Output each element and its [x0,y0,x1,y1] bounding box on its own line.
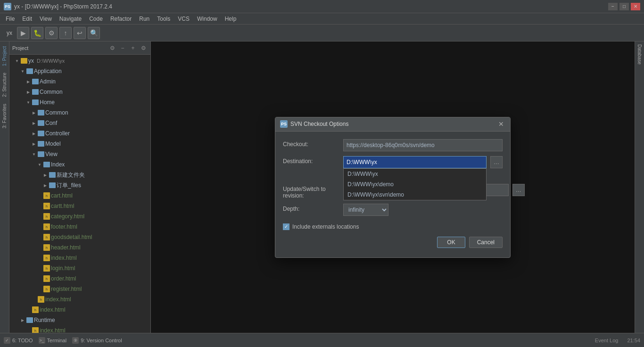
title-bar-left: PS yx - [D:\WWW\yx] - PhpStorm 2017.2.4 [4,3,112,10]
tree-arrow-view: ▼ [31,151,37,157]
folder-icon-home [32,99,39,105]
side-tab-project[interactable]: 1: Project [1,43,8,69]
title-bar: PS yx - [D:\WWW\yx] - PhpStorm 2017.2.4 … [0,0,644,13]
toolbar-search-button[interactable]: 🔍 [88,27,100,39]
panel-sync-button[interactable]: ⚙ [108,44,116,52]
menu-view[interactable]: View [36,15,56,23]
checkout-url-input[interactable] [343,139,503,151]
tree-item-index[interactable]: ▼ Index [9,159,150,170]
tree-item-admin[interactable]: ▶ Admin [9,76,150,87]
toolbar-settings-button[interactable]: ⚙ [45,27,58,39]
tree-item-cart[interactable]: ▶ h cart.html [9,190,150,201]
tree-item-login[interactable]: ▶ h login.html [9,263,150,273]
tree-label-category: category.html [51,213,84,220]
tree-label-login: login.html [51,265,75,272]
dialog-body: Checkout: Destination: D:\WWW\yx D:\WWW\… [275,132,510,257]
tree-item-header[interactable]: ▶ h header.html [9,242,150,253]
tree-label-footer: footer.html [51,223,77,230]
minimize-button[interactable]: − [608,3,618,10]
status-todo[interactable]: ✓ 6: TODO [4,337,33,344]
event-log-label[interactable]: Event Log [595,338,619,343]
tree-item-controller[interactable]: ▶ Controller [9,128,150,139]
side-tab-database[interactable]: Database [636,41,643,67]
tree-item-cartt[interactable]: ▶ h cartt.html [9,201,150,211]
tree-item-goodsdetail[interactable]: ▶ h goodsdetail.html [9,232,150,242]
menu-file[interactable]: File [2,15,18,23]
file-icon-index-html: h [43,255,50,261]
tree-item-home-index[interactable]: ▶ h index.html [9,294,150,305]
menu-help[interactable]: Help [221,15,240,23]
tree-arrow-common-app: ▶ [25,89,31,95]
menu-vcs[interactable]: VCS [174,15,193,23]
ok-button[interactable]: OK [437,237,465,248]
tree-item-register[interactable]: ▶ h register.html [9,284,150,294]
status-vcs[interactable]: ⑨ 9: Version Control [72,337,122,344]
menu-tools[interactable]: Tools [153,15,174,23]
status-terminal[interactable]: >_ Terminal [39,337,67,344]
tree-item-home[interactable]: ▼ Home [9,97,150,107]
destination-label: Destination: [283,156,339,165]
depth-select[interactable]: infinity empty files immediates [343,204,388,216]
tree-item-view[interactable]: ▼ View [9,149,150,159]
panel-expand-button[interactable]: + [129,44,137,52]
tree-label-common-home: Common [45,109,68,116]
menu-refactor[interactable]: Refactor [107,15,135,23]
tree-item-index-html[interactable]: ▶ h index.html [9,253,150,263]
revision-browse-button[interactable]: … [512,184,525,196]
tree-item-root[interactable]: ▼ yx D:\WWW\yx [9,56,150,66]
destination-input[interactable] [343,156,487,168]
tree-item-common-app[interactable]: ▶ Common [9,87,150,97]
status-right: Event Log 21:54 [595,338,640,343]
destination-option-0[interactable]: D:\WWW\yx [344,169,486,179]
externals-checkbox[interactable] [283,223,289,230]
toolbar-debug-button[interactable]: 🐛 [31,27,43,39]
tree-item-common-home[interactable]: ▶ Common [9,107,150,118]
tree-item-new-folder[interactable]: ▶ 新建文件夹 [9,170,150,180]
tree-item-order[interactable]: ▶ h order.html [9,273,150,284]
tree-item-model[interactable]: ▶ Model [9,139,150,149]
tree-item-runtime[interactable]: ▶ Runtime [9,315,150,325]
tree-item-conf[interactable]: ▶ Conf [9,118,150,128]
side-tab-favorites[interactable]: 3: Favorites [1,101,8,131]
toolbar-run-button[interactable]: ▶ [17,27,29,39]
panel-title: Project [12,45,106,51]
tree-item-app-index[interactable]: ▶ h index.html [9,305,150,315]
folder-icon-root [21,58,27,64]
menu-window[interactable]: Window [193,15,221,23]
side-tab-structure[interactable]: 2: Structure [1,70,8,100]
toolbar-vcs-button[interactable]: ↑ [59,27,72,39]
status-time: 21:54 [627,338,640,343]
tree-arrow-application: ▼ [20,68,25,74]
tree-label-header: header.html [51,244,81,251]
folder-icon-application [26,68,33,74]
tree-label-root-index: index.html [40,327,66,333]
menu-run[interactable]: Run [135,15,153,23]
cancel-button[interactable]: Cancel [469,237,503,248]
menu-edit[interactable]: Edit [18,15,36,23]
tree-item-root-index[interactable]: ▶ h index.html [9,325,150,333]
menu-code[interactable]: Code [85,15,107,23]
tree-label-controller: Controller [45,130,70,137]
toolbar-undo-button[interactable]: ↩ [74,27,86,39]
close-button[interactable]: ✕ [631,3,640,10]
maximize-button[interactable]: □ [619,3,629,10]
svn-checkout-dialog: PS SVN Checkout Options ✕ Checkout: Dest… [275,117,511,258]
tree-item-order-files[interactable]: ▶ 订单_files [9,180,150,190]
destination-container: D:\WWW\yx D:\WWW\yx\demo D:\WWW\yx\svn\d… [343,156,487,168]
revision-label: Update/Switch to revision: [283,184,339,199]
dialog-close-button[interactable]: ✕ [497,120,505,128]
tree-label-index: Index [51,161,65,168]
destination-option-2[interactable]: D:\WWW\yx\svn\demo [344,190,486,200]
destination-browse-button[interactable]: … [490,156,503,168]
panel-gear-button[interactable]: ⚙ [139,44,148,52]
title-bar-controls[interactable]: − □ ✕ [608,3,640,10]
tree-path-root: D:\WWW\yx [37,58,65,64]
menu-navigate[interactable]: Navigate [56,15,85,23]
destination-option-1[interactable]: D:\WWW\yx\demo [344,179,486,190]
tree-item-application[interactable]: ▼ Application [9,66,150,76]
tree-item-footer[interactable]: ▶ h footer.html [9,222,150,232]
tree-item-category[interactable]: ▶ h category.html [9,211,150,222]
file-icon-footer: h [43,223,50,230]
tree-arrow-new-folder: ▶ [42,172,48,178]
panel-collapse-button[interactable]: − [118,44,127,52]
